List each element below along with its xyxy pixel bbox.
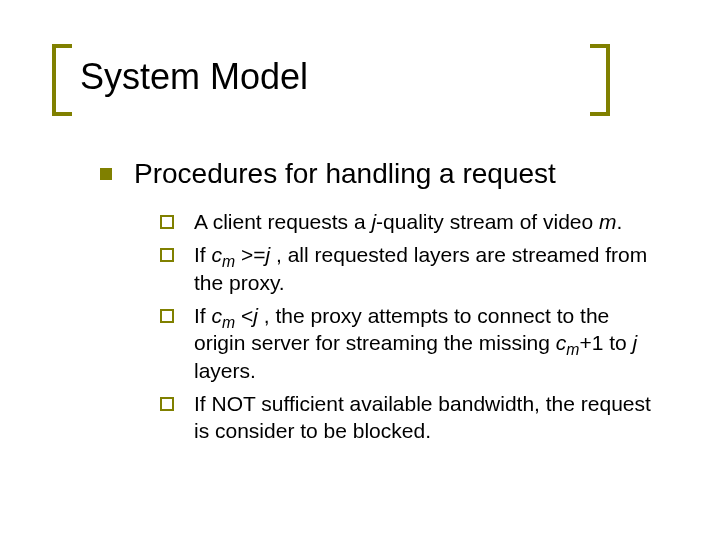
slide: System Model Procedures for handling a r…: [0, 0, 720, 540]
text-part: <: [235, 304, 253, 327]
open-square-icon: [160, 397, 174, 411]
list-item: If NOT sufficient available bandwidth, t…: [160, 390, 660, 445]
text-part: If: [194, 304, 212, 327]
subscript-m: m: [566, 342, 579, 359]
subscript-m: m: [222, 254, 235, 271]
list-item: If cm <j , the proxy attempts to connect…: [160, 302, 660, 384]
var-c: c: [212, 243, 223, 266]
var-m: m: [599, 210, 617, 233]
text-part: >=: [235, 243, 265, 266]
open-square-icon: [160, 248, 174, 262]
text-part: .: [617, 210, 623, 233]
list-item-text: If cm <j , the proxy attempts to connect…: [194, 302, 660, 384]
var-c: c: [212, 304, 223, 327]
bracket-left-icon: [52, 44, 72, 116]
slide-title: System Model: [80, 50, 660, 108]
text-part: -quality stream of video: [376, 210, 599, 233]
subscript-m: m: [222, 314, 235, 331]
heading-row: Procedures for handling a request: [100, 158, 660, 190]
list-item-text: A client requests a j-quality stream of …: [194, 208, 622, 235]
text-part: +1 to: [579, 331, 632, 354]
filled-square-icon: [100, 168, 112, 180]
text-part: layers.: [194, 359, 256, 382]
title-row: System Model: [80, 50, 660, 108]
text-part: A client requests a: [194, 210, 371, 233]
list-item: A client requests a j-quality stream of …: [160, 208, 660, 235]
open-square-icon: [160, 215, 174, 229]
open-square-icon: [160, 309, 174, 323]
var-c: c: [556, 331, 567, 354]
bullet-list: A client requests a j-quality stream of …: [160, 208, 660, 444]
list-item-text: If NOT sufficient available bandwidth, t…: [194, 390, 660, 445]
text-part: If: [194, 243, 212, 266]
text-part: If NOT sufficient available bandwidth, t…: [194, 392, 651, 442]
heading-text: Procedures for handling a request: [134, 158, 556, 190]
bracket-right-icon: [590, 44, 610, 116]
var-j: j: [633, 331, 638, 354]
list-item-text: If cm >=j , all requested layers are str…: [194, 241, 660, 296]
list-item: If cm >=j , all requested layers are str…: [160, 241, 660, 296]
